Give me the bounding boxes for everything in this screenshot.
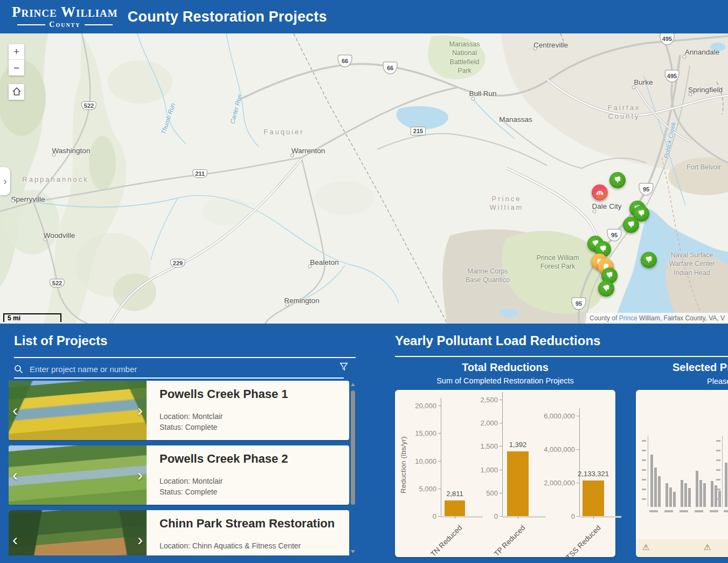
search-bar [14, 361, 337, 376]
dam-marker[interactable] [592, 184, 608, 201]
attribution-link[interactable]: Prince [619, 314, 637, 322]
project-name: Chinn Park Stream Restoration [160, 517, 335, 531]
axis-tick-label: 1,000 [455, 466, 498, 474]
county-logo: Prince William County [12, 5, 118, 29]
tree-icon [636, 208, 647, 219]
map-label: Remington [284, 297, 319, 306]
axis-tick-label: 20,000 [393, 402, 436, 410]
skeleton-bar [688, 488, 691, 507]
town-dot [44, 238, 47, 242]
skeleton-tick [716, 459, 720, 461]
total-reductions-card: Reduction (lbs/yr) 05,00010,00015,00020,… [395, 390, 615, 557]
photo-next-button[interactable]: › [137, 402, 143, 418]
project-card[interactable]: ‹›Powells Creek Phase 2Location: Montcla… [9, 445, 349, 505]
map-label: Warrenton [292, 147, 325, 156]
scroll-up-arrow-icon[interactable] [351, 383, 355, 386]
photo-prev-button[interactable]: ‹ [12, 467, 18, 483]
skeleton-tick [642, 469, 646, 471]
axis-tick [577, 516, 579, 517]
skeleton-tick [716, 450, 720, 451]
zoom-in-button[interactable]: + [9, 44, 24, 60]
axis-tick-label: 0 [532, 512, 575, 520]
town-dot [290, 154, 294, 157]
home-icon [11, 86, 22, 97]
skeleton-tick [716, 479, 720, 480]
axis-tick-label: 10,000 [393, 457, 436, 465]
axis-tick [438, 516, 441, 517]
skeleton-bar [658, 476, 661, 507]
logo-rule-left [17, 24, 45, 25]
tree-marker[interactable] [609, 172, 626, 188]
search-input[interactable] [29, 364, 337, 374]
town-dot [286, 303, 289, 307]
axis-tick [577, 449, 579, 450]
map-label: Marine CorpsBase Quantico [466, 267, 510, 285]
project-name: Powells Creek Phase 1 [160, 387, 288, 401]
axis-tick-label: 0 [455, 512, 498, 520]
route-shield-66: 66 [338, 55, 352, 67]
scrollbar-thumb[interactable] [351, 390, 355, 505]
project-location: Location: Montclair [160, 412, 288, 421]
route-shield-522: 522 [81, 101, 96, 110]
skeleton-bar [684, 483, 687, 507]
town-dot [689, 93, 692, 97]
skeleton-bar [669, 488, 672, 507]
axis-tick-label: 2,000,000 [532, 479, 575, 487]
project-card[interactable]: ‹›Chinn Park Stream RestorationLocation:… [9, 510, 349, 555]
tree-marker[interactable] [623, 217, 639, 233]
axis-tick [438, 489, 441, 489]
tree-icon [643, 255, 654, 265]
skeleton-bar [725, 463, 727, 507]
project-location: Location: Chinn Aquatics & Fitness Cente… [160, 541, 335, 550]
home-button[interactable] [9, 84, 24, 100]
project-info: Powells Creek Phase 2Location: Montclair… [147, 445, 288, 505]
panel-expander[interactable]: › [0, 167, 10, 195]
skeleton-xtick [680, 510, 688, 512]
zoom-controls: + − [9, 44, 24, 75]
town-dot [593, 210, 597, 214]
map[interactable]: WashingtonRappahannockSperryvilleWoodvil… [0, 33, 728, 324]
project-photo: ‹› [9, 510, 147, 555]
axis-tick-label: 4,000,000 [532, 445, 575, 454]
filter-button[interactable] [339, 362, 348, 374]
photo-next-button[interactable]: › [137, 532, 143, 548]
tree-icon [601, 283, 612, 294]
skeleton-tick [716, 489, 720, 490]
map-attribution: County of Prince William, Fairfax County… [586, 313, 728, 324]
map-canvas: WashingtonRappahannockSperryvilleWoodvil… [0, 33, 728, 324]
logo-rule-right [85, 24, 113, 25]
page-title: County Restoration Projects [128, 9, 327, 25]
skeleton-xtick [649, 510, 658, 512]
photo-prev-button[interactable]: ‹ [12, 402, 18, 418]
route-shield-522: 522 [50, 279, 65, 287]
skeleton-tick [642, 450, 646, 451]
dam-icon [594, 187, 605, 198]
project-status: Status: Complete [160, 488, 288, 496]
scroll-down-arrow-icon[interactable] [351, 550, 355, 553]
zoom-out-button[interactable]: − [9, 60, 24, 75]
warning-triangle-icon: ⚠ [704, 543, 711, 552]
tree-marker[interactable] [598, 280, 614, 297]
route-shield-495: 495 [660, 33, 675, 45]
photo-next-button[interactable]: › [137, 467, 143, 483]
map-label: Pohick Creek [662, 121, 677, 159]
search-underline [14, 377, 344, 379]
tree-marker[interactable] [641, 252, 657, 268]
charts-divider [395, 356, 728, 357]
logo-line1: Prince William [12, 5, 118, 19]
route-shield-95: 95 [639, 183, 654, 196]
skeleton-xtick [710, 510, 718, 512]
photo-prev-button[interactable]: ‹ [12, 532, 18, 548]
project-card[interactable]: ‹›Powells Creek Phase 1Location: Montcla… [9, 381, 349, 440]
project-photo: ‹› [9, 445, 147, 505]
town-dot [632, 86, 636, 90]
project-list: ‹›Powells Creek Phase 1Location: Montcla… [9, 381, 349, 555]
axis-tick [500, 470, 502, 470]
map-label: Burke [634, 78, 653, 87]
tree-icon [598, 244, 608, 255]
search-icon [14, 365, 23, 374]
app-header: Prince William County County Restoration… [0, 0, 728, 33]
category-label: TSS Reduced [565, 524, 602, 561]
skeleton-tick [642, 459, 646, 461]
skeleton-bar [699, 480, 702, 507]
